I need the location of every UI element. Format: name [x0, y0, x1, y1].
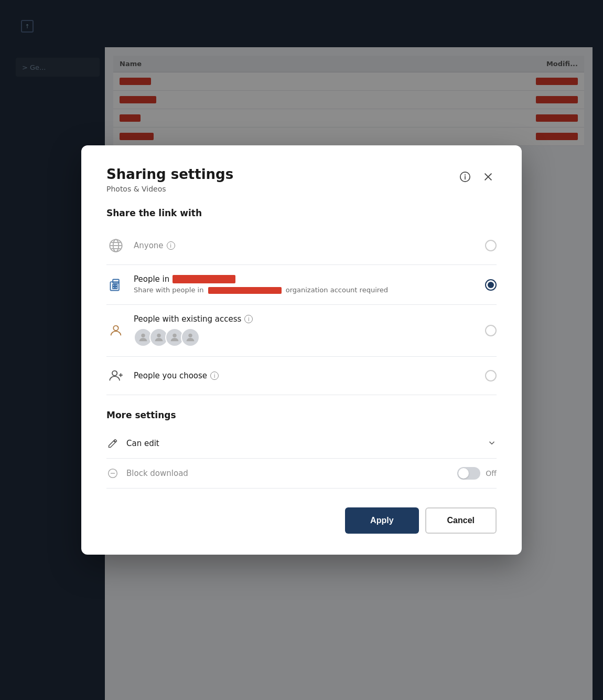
building-icon: [106, 275, 125, 294]
people-choose-info-icon[interactable]: i: [210, 372, 219, 380]
block-download-toggle-label: Off: [486, 469, 497, 478]
pencil-icon: [106, 437, 119, 450]
svg-point-20: [188, 334, 192, 337]
svg-point-21: [112, 371, 117, 376]
dialog-subtitle: Photos & Videos: [106, 185, 233, 193]
person-icon: [106, 321, 125, 340]
org-desc: Share with people in organization accoun…: [134, 285, 477, 295]
anyone-radio[interactable]: [485, 240, 497, 251]
svg-point-19: [173, 334, 176, 337]
dialog-title-group: Sharing settings Photos & Videos: [106, 166, 233, 193]
block-download-row[interactable]: Block download Off: [106, 459, 497, 489]
toggle-thumb: [458, 468, 469, 479]
option-people-choose[interactable]: People you choose i: [106, 357, 497, 395]
block-download-toggle[interactable]: [457, 467, 480, 480]
can-edit-label: Can edit: [126, 439, 480, 448]
option-people-in-org[interactable]: People in Share with people in organizat…: [106, 265, 497, 305]
globe-icon: [106, 236, 125, 255]
org-desc-redacted: [208, 287, 282, 294]
existing-access-radio[interactable]: [485, 325, 497, 336]
close-button[interactable]: [480, 168, 497, 185]
info-button[interactable]: [457, 168, 473, 185]
svg-rect-11: [113, 279, 119, 283]
svg-point-16: [113, 326, 118, 331]
apply-button[interactable]: Apply: [345, 507, 418, 534]
minus-circle-icon: [106, 467, 119, 480]
org-content: People in Share with people in organizat…: [134, 274, 477, 295]
existing-access-content: People with existing access i: [134, 314, 477, 347]
more-settings-heading: More settings: [106, 410, 497, 420]
can-edit-dropdown-arrow[interactable]: [487, 438, 497, 449]
person-add-icon: [106, 366, 125, 385]
people-choose-radio[interactable]: [485, 370, 497, 381]
svg-rect-13: [115, 284, 117, 286]
existing-access-info-icon[interactable]: i: [244, 315, 253, 323]
can-edit-row[interactable]: Can edit: [106, 429, 497, 459]
dialog-top-actions: [457, 168, 497, 185]
dialog-header: Sharing settings Photos & Videos: [106, 166, 497, 193]
dialog-title: Sharing settings: [106, 166, 233, 183]
people-choose-content: People you choose i: [134, 371, 477, 380]
org-label: People in: [134, 274, 477, 284]
people-choose-label: People you choose i: [134, 371, 477, 380]
org-name-redacted: [173, 275, 235, 283]
avatar-4: [181, 328, 200, 347]
anyone-content: Anyone i: [134, 241, 477, 250]
more-settings-section: More settings Can edit: [106, 410, 497, 489]
avatar-group: [134, 328, 477, 347]
cancel-button[interactable]: Cancel: [425, 507, 497, 534]
option-anyone[interactable]: Anyone i: [106, 227, 497, 265]
svg-rect-15: [115, 287, 117, 289]
modal-overlay: Sharing settings Photos & Videos: [0, 0, 603, 700]
existing-access-label: People with existing access i: [134, 314, 477, 324]
org-radio[interactable]: [485, 279, 497, 291]
svg-point-17: [141, 334, 145, 337]
block-download-toggle-container[interactable]: Off: [457, 467, 497, 480]
sharing-settings-dialog: Sharing settings Photos & Videos: [81, 145, 522, 555]
dialog-footer: Apply Cancel: [106, 507, 497, 534]
block-download-label: Block download: [126, 469, 450, 478]
option-existing-access[interactable]: People with existing access i: [106, 305, 497, 357]
anyone-info-icon[interactable]: i: [167, 241, 175, 250]
share-section-heading: Share the link with: [106, 208, 497, 218]
svg-rect-14: [113, 287, 115, 289]
svg-point-18: [157, 334, 160, 337]
svg-rect-12: [113, 284, 115, 286]
anyone-label: Anyone i: [134, 241, 477, 250]
